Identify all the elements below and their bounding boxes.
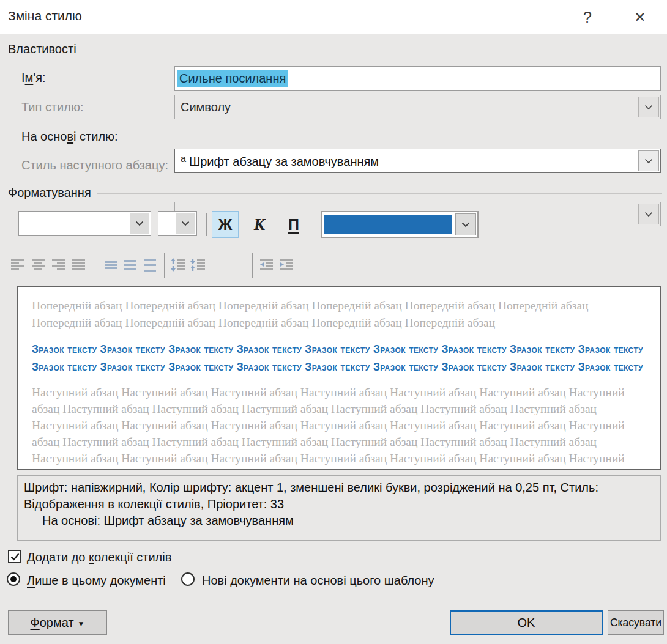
increase-space-after-button[interactable] — [187, 254, 208, 275]
selected-text: Сильне посилання — [177, 70, 288, 87]
increase-space-after-icon — [190, 257, 206, 272]
only-this-document-radio[interactable] — [7, 572, 20, 586]
single-spacing-button[interactable] — [100, 254, 121, 275]
one-half-spacing-button[interactable] — [120, 254, 141, 275]
style-type-label: Тип стилю: — [21, 100, 83, 114]
font-color-select[interactable] — [321, 211, 479, 238]
sample-text: Зразок тексту Зразок тексту Зразок текст… — [32, 341, 647, 376]
style-name-input[interactable]: Сильне посилання — [174, 66, 661, 91]
label-accel: м — [25, 71, 34, 84]
single-spacing-icon — [103, 258, 118, 272]
font-size-select[interactable] — [158, 211, 197, 236]
based-on-value: aШрифт абзацу за замовчуванням — [175, 154, 379, 169]
font-color-swatch — [324, 215, 452, 234]
new-template-documents-label: Нові документи на основі цього шаблону — [202, 574, 434, 588]
dropdown-arrow-button[interactable] — [455, 213, 476, 235]
radio-selected-dot — [10, 576, 17, 582]
one-half-spacing-icon — [123, 258, 138, 272]
bold-button[interactable]: Ж — [212, 211, 239, 238]
double-spacing-button[interactable] — [140, 254, 160, 275]
dropdown-arrow-button[interactable] — [130, 213, 149, 234]
label-text: Формат — [31, 616, 74, 630]
increase-indent-button[interactable] — [276, 254, 297, 275]
chevron-down-icon — [461, 222, 470, 228]
increase-space-before-button[interactable] — [168, 254, 188, 275]
increase-space-before-icon — [170, 257, 186, 272]
toolbar-separator — [206, 213, 207, 236]
decrease-indent-button[interactable] — [256, 254, 277, 275]
style-type-select[interactable]: Символу — [174, 95, 661, 119]
font-name-select[interactable] — [18, 211, 151, 236]
add-to-gallery-checkbox[interactable] — [8, 550, 21, 563]
align-justify-button[interactable] — [69, 254, 89, 275]
section-rule — [97, 193, 662, 194]
name-label: Ім'я: — [21, 71, 46, 85]
chevron-down-icon — [135, 221, 144, 226]
format-button[interactable]: Формат ▼ — [8, 610, 107, 635]
align-justify-icon — [72, 258, 86, 272]
description-line: Відображення в колекції стилів, Пріорите… — [24, 496, 655, 513]
dropdown-arrow-button[interactable] — [638, 150, 659, 171]
label-text: Додати до — [27, 550, 89, 564]
help-icon[interactable]: ? — [575, 6, 600, 28]
increase-indent-icon — [279, 258, 294, 272]
label-accel: к — [89, 550, 94, 564]
checkmark-icon — [10, 552, 20, 562]
label-text: і стилю: — [73, 130, 118, 143]
titlebar: Зміна стилю ? ✕ — [0, 0, 667, 34]
italic-button[interactable]: К — [246, 211, 273, 238]
description-based-on-line: На основі: Шрифт абзацу за замовчуванням — [24, 513, 655, 529]
dialog-title: Зміна стилю — [8, 9, 82, 23]
label-accel: Ф — [31, 616, 40, 629]
toolbar-separator — [95, 253, 95, 278]
style-description-box: Шрифт: напівжирний, Колір шрифту: акцент… — [17, 475, 661, 541]
chevron-down-icon — [644, 212, 653, 217]
toolbar-separator — [252, 253, 253, 278]
label-text: олекції стилів — [94, 550, 171, 564]
underline-button[interactable]: П — [280, 211, 307, 238]
previous-paragraph-text: Попередній абзац Попередній абзац Попере… — [32, 297, 647, 331]
toolbar-separator — [313, 213, 313, 236]
based-on-label: На основі стилю: — [21, 130, 118, 144]
dropdown-triangle-icon: ▼ — [78, 620, 85, 628]
toolbar-separator — [164, 253, 165, 278]
cancel-button[interactable]: Скасувати — [608, 610, 664, 635]
style-preview-pane: Попередній абзац Попередній абзац Попере… — [17, 286, 661, 470]
based-on-text: Шрифт абзацу за замовчуванням — [189, 155, 379, 168]
double-spacing-icon — [143, 258, 157, 272]
decrease-indent-icon — [259, 258, 274, 272]
next-paragraph-text: Наступний абзац Наступний абзац Наступни… — [32, 384, 647, 470]
align-center-button[interactable] — [28, 254, 49, 275]
properties-section-header: Властивості — [8, 42, 662, 56]
align-right-icon — [51, 258, 66, 272]
label-text: На осно — [21, 130, 67, 143]
align-center-icon — [31, 258, 46, 272]
formatting-section-header: Форматування — [8, 185, 662, 200]
label-accel: Л — [27, 574, 35, 587]
style-type-value: Символу — [175, 100, 231, 114]
dropdown-arrow-button[interactable] — [638, 204, 659, 224]
only-this-document-label: Лише в цьому документі — [27, 574, 166, 588]
ok-button[interactable]: OK — [450, 610, 603, 635]
based-on-select[interactable]: aШрифт абзацу за замовчуванням — [174, 149, 661, 173]
align-right-button[interactable] — [48, 254, 69, 275]
section-rule — [83, 50, 662, 50]
description-line: Шрифт: напівжирний, Колір шрифту: акцент… — [24, 479, 655, 496]
dropdown-arrow-button[interactable] — [176, 213, 195, 234]
close-icon[interactable]: ✕ — [628, 6, 652, 28]
align-left-icon — [10, 258, 25, 272]
character-style-icon: a — [181, 154, 186, 164]
chevron-down-icon — [644, 158, 653, 164]
new-template-documents-radio[interactable] — [181, 572, 195, 586]
label-text: 'я: — [33, 71, 45, 84]
dropdown-arrow-button[interactable] — [638, 97, 659, 117]
label-text: ормат — [40, 616, 74, 629]
modify-style-dialog: Зміна стилю ? ✕ Властивості Ім'я: Сильне… — [0, 0, 667, 644]
label-accel: в — [67, 130, 73, 143]
label-text: ише в цьому документі — [35, 574, 166, 587]
align-left-button[interactable] — [7, 254, 28, 275]
formatting-section-title: Форматування — [8, 186, 91, 200]
add-to-gallery-label: Додати до колекції стилів — [27, 550, 171, 564]
next-style-label: Стиль наступного абзацу: — [21, 158, 168, 172]
chevron-down-icon — [181, 221, 190, 226]
